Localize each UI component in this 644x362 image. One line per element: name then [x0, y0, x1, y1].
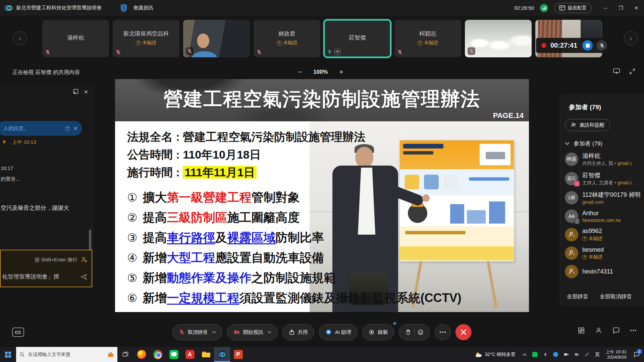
popout-panel-icon[interactable]	[73, 89, 78, 95]
input-language-indicator[interactable]: 英	[594, 352, 600, 358]
participants-section-header[interactable]: 参加者 (79)	[565, 140, 644, 147]
taskbar-search-box[interactable]: 在這裡輸入文字來搜	[16, 347, 117, 362]
video-tile-湯梓杭[interactable]: 湯梓杭	[42, 20, 109, 57]
participant-role: 共同主持人, 我	[582, 161, 613, 166]
unmute-all-button[interactable]: 全部取消靜音	[600, 293, 632, 300]
closed-captions-button[interactable]: CC	[12, 327, 24, 337]
chat-toggle-button[interactable]	[612, 327, 620, 334]
avatar: 1昶	[565, 191, 578, 204]
unmute-button[interactable]: 取消靜音	[172, 324, 222, 340]
raise-hand-icon[interactable]	[405, 329, 411, 335]
participant-row[interactable]: ?as9962?未驗證	[560, 225, 644, 244]
end-meeting-button[interactable]	[455, 324, 472, 340]
participant-domain: fareastone.com.tw	[582, 218, 621, 223]
video-tile-林政君[interactable]: 林政君?未驗證	[254, 20, 320, 57]
restore-button[interactable]: ❐	[613, 0, 629, 16]
participant-name: Arthur	[582, 210, 644, 217]
taskbar-clock[interactable]: 上午 10:31 2024/9/20	[603, 347, 629, 362]
ai-assistant-button[interactable]: AI 助理	[319, 324, 358, 340]
firefox-taskbar-icon[interactable]	[133, 347, 150, 362]
stop-recording-button[interactable]	[582, 40, 593, 51]
participant-row[interactable]: AAArthurfareastone.com.tw	[560, 207, 644, 225]
recording-muted-mic-icon[interactable]	[597, 40, 607, 51]
meeting-title: 新北市營建工程科技化管理宣導說明會	[16, 5, 102, 11]
participants-title: 参加者 (79)	[569, 103, 644, 112]
minimize-button[interactable]: ─	[598, 0, 613, 16]
dismiss-banner-icon[interactable]: ✕	[73, 125, 78, 132]
emoji-icon[interactable]	[418, 329, 424, 335]
subheader: 正在檢視 莊智傑 的共用內容 − 100% +	[0, 67, 644, 79]
more-panels-button[interactable]	[630, 329, 637, 331]
video-options-chevron[interactable]	[268, 331, 271, 334]
help-icon[interactable]: ?	[65, 126, 70, 131]
bullet-number: ④	[127, 251, 137, 264]
mute-all-button[interactable]: 全部靜音	[567, 293, 588, 300]
video-tile-新北環保局空品科[interactable]: 新北環保局空品科?未驗證	[113, 20, 179, 57]
participants-toggle-button[interactable]	[595, 327, 602, 334]
file-explorer-taskbar-icon[interactable]	[198, 347, 214, 362]
invite-remind-button[interactable]: 邀請和提醒	[565, 119, 610, 131]
mute-options-chevron[interactable]	[212, 331, 216, 334]
taskbar-weather[interactable]: 32°C 晴時多雲	[472, 347, 519, 362]
line-tray-icon[interactable]	[532, 352, 538, 357]
video-tile-柯穎志[interactable]: 柯穎志?未驗證	[394, 20, 461, 57]
connection-quality-icon[interactable]	[540, 4, 548, 12]
cast-screen-icon[interactable]	[613, 68, 620, 74]
show-hidden-icons-button[interactable]	[522, 353, 528, 356]
webex-logo-icon	[5, 4, 13, 12]
close-panel-icon[interactable]: ✕	[84, 89, 88, 95]
unverified-label: 未驗證	[424, 40, 438, 46]
video-tile-莊智傑[interactable]: 莊智傑	[324, 20, 391, 57]
zoom-in-button[interactable]: +	[336, 68, 346, 76]
task-view-button[interactable]	[117, 347, 133, 362]
participant-row[interactable]: ?besmed?未驗證	[560, 244, 644, 263]
chat-draft-text[interactable]: 化管理宣導說明會」撰	[2, 273, 80, 281]
camera-tray-icon[interactable]	[563, 353, 569, 356]
video-tile[interactable]	[183, 20, 250, 57]
participant-row[interactable]: 梓湯湯梓杭共同主持人, 我 • gmail.c	[560, 149, 644, 169]
start-button[interactable]	[0, 347, 16, 362]
chat-input-area[interactable]: 按 Shift+Enter 換行 化管理宣導說明會」撰	[0, 250, 92, 287]
question-circle-icon: ?	[582, 236, 587, 241]
expand-view-icon[interactable]	[629, 68, 635, 74]
skype-tray-icon[interactable]	[553, 352, 559, 357]
chat-panel: ✕ 人的訊息。 ? ✕ 上午 10:13 10:17 的聲音... 空污及噪音之…	[0, 86, 93, 287]
start-video-button[interactable]: 開始視訊	[227, 324, 278, 340]
reactions-button[interactable]	[399, 324, 430, 340]
participant-row[interactable]: ?hexin74311	[560, 262, 644, 281]
volume-tray-icon[interactable]	[574, 352, 580, 357]
search-highlights-icon[interactable]	[107, 352, 114, 358]
meeting-info-button[interactable]: 會議資訊	[133, 5, 153, 11]
apps-grid-button[interactable]	[578, 327, 585, 334]
filmstrip-prev-button[interactable]: ‹	[13, 31, 27, 45]
share-button[interactable]: 共用	[282, 324, 314, 340]
recording-time: 00:27:41	[550, 42, 578, 49]
microphone-tray-icon[interactable]	[542, 352, 548, 357]
viewing-banner: 正在檢視 莊智傑 的共用內容	[12, 69, 80, 76]
bullet-text: 提高	[143, 210, 167, 224]
unverified-badge: ?未驗證	[254, 40, 320, 46]
filmstrip-next-button[interactable]: ›	[624, 31, 638, 45]
chrome-taskbar-icon[interactable]	[150, 347, 166, 362]
red-a-app-taskbar-icon[interactable]: A	[182, 347, 198, 362]
powerpoint-taskbar-icon[interactable]: P	[230, 347, 246, 362]
notification-center-button[interactable]: 2	[629, 347, 644, 362]
more-options-button[interactable]	[435, 324, 451, 340]
layout-button[interactable]: 版面配置	[554, 3, 592, 13]
zoom-out-button[interactable]: −	[295, 68, 305, 76]
close-button[interactable]: ✕	[629, 0, 644, 16]
webex-taskbar-icon[interactable]	[214, 347, 230, 362]
bullet-text: 車行路徑	[167, 231, 215, 244]
participant-name: 湯梓杭	[42, 34, 109, 42]
recipient-warning-icon	[81, 256, 88, 263]
participant-row[interactable]: 莊C↑莊智傑主持人, 主講者 • gmail.c	[560, 169, 644, 188]
line-taskbar-icon[interactable]	[166, 347, 182, 362]
send-message-icon[interactable]	[80, 273, 88, 281]
unverified-badge: ?未驗證	[582, 236, 603, 242]
zoom-level[interactable]: 100%	[313, 69, 328, 75]
pen-tray-icon[interactable]	[584, 352, 590, 357]
record-button[interactable]: 錄製	[362, 324, 394, 340]
participant-row[interactable]: 1昶112林建宇00179 昶明gmail.com	[560, 188, 644, 207]
video-tile[interactable]	[465, 20, 532, 57]
slide-bullet-item: ④新增大型工程應設置自動洗車設備	[127, 248, 529, 268]
